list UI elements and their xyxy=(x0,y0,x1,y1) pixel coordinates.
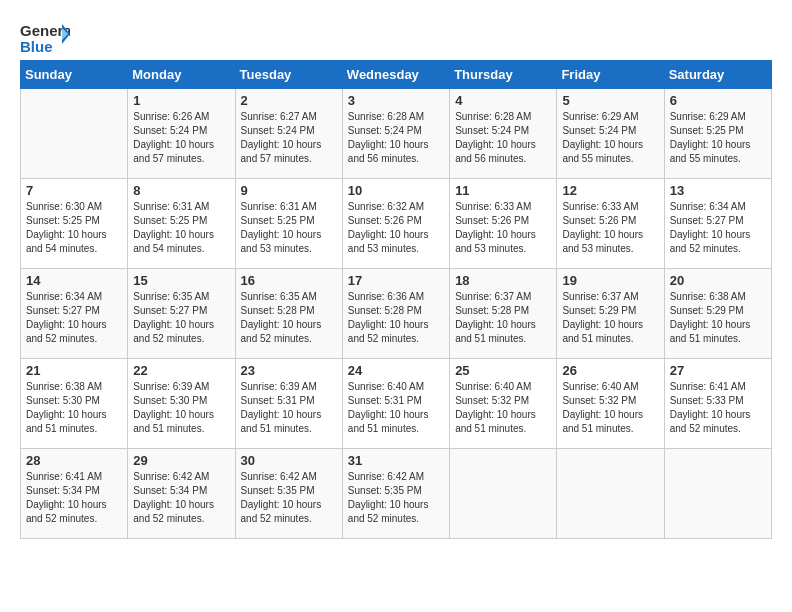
svg-text:Blue: Blue xyxy=(20,38,53,55)
day-info: Sunrise: 6:31 AM Sunset: 5:25 PM Dayligh… xyxy=(133,200,229,256)
day-info: Sunrise: 6:30 AM Sunset: 5:25 PM Dayligh… xyxy=(26,200,122,256)
day-number: 9 xyxy=(241,183,337,198)
day-number: 20 xyxy=(670,273,766,288)
calendar-cell: 28Sunrise: 6:41 AM Sunset: 5:34 PM Dayli… xyxy=(21,449,128,539)
calendar-cell xyxy=(557,449,664,539)
calendar-cell: 9Sunrise: 6:31 AM Sunset: 5:25 PM Daylig… xyxy=(235,179,342,269)
calendar-cell: 13Sunrise: 6:34 AM Sunset: 5:27 PM Dayli… xyxy=(664,179,771,269)
calendar-cell: 24Sunrise: 6:40 AM Sunset: 5:31 PM Dayli… xyxy=(342,359,449,449)
calendar-cell xyxy=(21,89,128,179)
calendar-cell: 21Sunrise: 6:38 AM Sunset: 5:30 PM Dayli… xyxy=(21,359,128,449)
day-info: Sunrise: 6:33 AM Sunset: 5:26 PM Dayligh… xyxy=(455,200,551,256)
day-info: Sunrise: 6:37 AM Sunset: 5:28 PM Dayligh… xyxy=(455,290,551,346)
day-number: 29 xyxy=(133,453,229,468)
day-info: Sunrise: 6:42 AM Sunset: 5:35 PM Dayligh… xyxy=(241,470,337,526)
day-info: Sunrise: 6:38 AM Sunset: 5:29 PM Dayligh… xyxy=(670,290,766,346)
day-header-tuesday: Tuesday xyxy=(235,61,342,89)
day-info: Sunrise: 6:35 AM Sunset: 5:27 PM Dayligh… xyxy=(133,290,229,346)
day-info: Sunrise: 6:40 AM Sunset: 5:32 PM Dayligh… xyxy=(562,380,658,436)
calendar-week-row: 14Sunrise: 6:34 AM Sunset: 5:27 PM Dayli… xyxy=(21,269,772,359)
day-info: Sunrise: 6:41 AM Sunset: 5:33 PM Dayligh… xyxy=(670,380,766,436)
day-number: 1 xyxy=(133,93,229,108)
calendar-cell: 27Sunrise: 6:41 AM Sunset: 5:33 PM Dayli… xyxy=(664,359,771,449)
calendar-cell: 19Sunrise: 6:37 AM Sunset: 5:29 PM Dayli… xyxy=(557,269,664,359)
day-info: Sunrise: 6:35 AM Sunset: 5:28 PM Dayligh… xyxy=(241,290,337,346)
calendar-cell: 25Sunrise: 6:40 AM Sunset: 5:32 PM Dayli… xyxy=(450,359,557,449)
logo: GeneralBlue xyxy=(20,20,70,56)
day-number: 17 xyxy=(348,273,444,288)
day-number: 11 xyxy=(455,183,551,198)
calendar-cell: 23Sunrise: 6:39 AM Sunset: 5:31 PM Dayli… xyxy=(235,359,342,449)
day-header-sunday: Sunday xyxy=(21,61,128,89)
day-info: Sunrise: 6:37 AM Sunset: 5:29 PM Dayligh… xyxy=(562,290,658,346)
day-info: Sunrise: 6:36 AM Sunset: 5:28 PM Dayligh… xyxy=(348,290,444,346)
calendar-cell: 16Sunrise: 6:35 AM Sunset: 5:28 PM Dayli… xyxy=(235,269,342,359)
day-info: Sunrise: 6:26 AM Sunset: 5:24 PM Dayligh… xyxy=(133,110,229,166)
day-number: 30 xyxy=(241,453,337,468)
calendar-cell: 11Sunrise: 6:33 AM Sunset: 5:26 PM Dayli… xyxy=(450,179,557,269)
day-number: 14 xyxy=(26,273,122,288)
calendar-week-row: 28Sunrise: 6:41 AM Sunset: 5:34 PM Dayli… xyxy=(21,449,772,539)
day-number: 22 xyxy=(133,363,229,378)
day-number: 18 xyxy=(455,273,551,288)
calendar-cell xyxy=(450,449,557,539)
day-number: 16 xyxy=(241,273,337,288)
day-number: 6 xyxy=(670,93,766,108)
day-number: 25 xyxy=(455,363,551,378)
day-info: Sunrise: 6:34 AM Sunset: 5:27 PM Dayligh… xyxy=(670,200,766,256)
day-info: Sunrise: 6:29 AM Sunset: 5:25 PM Dayligh… xyxy=(670,110,766,166)
day-info: Sunrise: 6:40 AM Sunset: 5:31 PM Dayligh… xyxy=(348,380,444,436)
day-header-monday: Monday xyxy=(128,61,235,89)
calendar-cell: 29Sunrise: 6:42 AM Sunset: 5:34 PM Dayli… xyxy=(128,449,235,539)
calendar-header-row: SundayMondayTuesdayWednesdayThursdayFrid… xyxy=(21,61,772,89)
calendar-cell: 1Sunrise: 6:26 AM Sunset: 5:24 PM Daylig… xyxy=(128,89,235,179)
calendar-cell: 18Sunrise: 6:37 AM Sunset: 5:28 PM Dayli… xyxy=(450,269,557,359)
calendar-cell: 12Sunrise: 6:33 AM Sunset: 5:26 PM Dayli… xyxy=(557,179,664,269)
day-info: Sunrise: 6:41 AM Sunset: 5:34 PM Dayligh… xyxy=(26,470,122,526)
day-number: 5 xyxy=(562,93,658,108)
day-number: 24 xyxy=(348,363,444,378)
calendar-cell: 5Sunrise: 6:29 AM Sunset: 5:24 PM Daylig… xyxy=(557,89,664,179)
calendar-cell: 3Sunrise: 6:28 AM Sunset: 5:24 PM Daylig… xyxy=(342,89,449,179)
logo-svg: GeneralBlue xyxy=(20,20,70,56)
day-info: Sunrise: 6:28 AM Sunset: 5:24 PM Dayligh… xyxy=(348,110,444,166)
day-number: 26 xyxy=(562,363,658,378)
calendar-cell: 30Sunrise: 6:42 AM Sunset: 5:35 PM Dayli… xyxy=(235,449,342,539)
calendar-cell: 26Sunrise: 6:40 AM Sunset: 5:32 PM Dayli… xyxy=(557,359,664,449)
calendar-cell: 15Sunrise: 6:35 AM Sunset: 5:27 PM Dayli… xyxy=(128,269,235,359)
day-info: Sunrise: 6:38 AM Sunset: 5:30 PM Dayligh… xyxy=(26,380,122,436)
day-header-wednesday: Wednesday xyxy=(342,61,449,89)
day-number: 3 xyxy=(348,93,444,108)
day-number: 2 xyxy=(241,93,337,108)
day-number: 15 xyxy=(133,273,229,288)
page-header: GeneralBlue xyxy=(20,20,772,56)
day-info: Sunrise: 6:34 AM Sunset: 5:27 PM Dayligh… xyxy=(26,290,122,346)
day-number: 31 xyxy=(348,453,444,468)
day-info: Sunrise: 6:29 AM Sunset: 5:24 PM Dayligh… xyxy=(562,110,658,166)
day-info: Sunrise: 6:42 AM Sunset: 5:35 PM Dayligh… xyxy=(348,470,444,526)
calendar-cell: 22Sunrise: 6:39 AM Sunset: 5:30 PM Dayli… xyxy=(128,359,235,449)
calendar-cell: 8Sunrise: 6:31 AM Sunset: 5:25 PM Daylig… xyxy=(128,179,235,269)
day-number: 4 xyxy=(455,93,551,108)
calendar-cell: 7Sunrise: 6:30 AM Sunset: 5:25 PM Daylig… xyxy=(21,179,128,269)
calendar-cell xyxy=(664,449,771,539)
calendar-week-row: 7Sunrise: 6:30 AM Sunset: 5:25 PM Daylig… xyxy=(21,179,772,269)
day-info: Sunrise: 6:31 AM Sunset: 5:25 PM Dayligh… xyxy=(241,200,337,256)
calendar-cell: 31Sunrise: 6:42 AM Sunset: 5:35 PM Dayli… xyxy=(342,449,449,539)
calendar-cell: 14Sunrise: 6:34 AM Sunset: 5:27 PM Dayli… xyxy=(21,269,128,359)
day-number: 7 xyxy=(26,183,122,198)
day-number: 28 xyxy=(26,453,122,468)
day-number: 21 xyxy=(26,363,122,378)
day-number: 13 xyxy=(670,183,766,198)
day-info: Sunrise: 6:32 AM Sunset: 5:26 PM Dayligh… xyxy=(348,200,444,256)
day-number: 8 xyxy=(133,183,229,198)
day-info: Sunrise: 6:39 AM Sunset: 5:31 PM Dayligh… xyxy=(241,380,337,436)
calendar-cell: 10Sunrise: 6:32 AM Sunset: 5:26 PM Dayli… xyxy=(342,179,449,269)
calendar-table: SundayMondayTuesdayWednesdayThursdayFrid… xyxy=(20,60,772,539)
day-number: 23 xyxy=(241,363,337,378)
day-info: Sunrise: 6:42 AM Sunset: 5:34 PM Dayligh… xyxy=(133,470,229,526)
day-info: Sunrise: 6:40 AM Sunset: 5:32 PM Dayligh… xyxy=(455,380,551,436)
day-info: Sunrise: 6:27 AM Sunset: 5:24 PM Dayligh… xyxy=(241,110,337,166)
calendar-cell: 2Sunrise: 6:27 AM Sunset: 5:24 PM Daylig… xyxy=(235,89,342,179)
calendar-week-row: 21Sunrise: 6:38 AM Sunset: 5:30 PM Dayli… xyxy=(21,359,772,449)
